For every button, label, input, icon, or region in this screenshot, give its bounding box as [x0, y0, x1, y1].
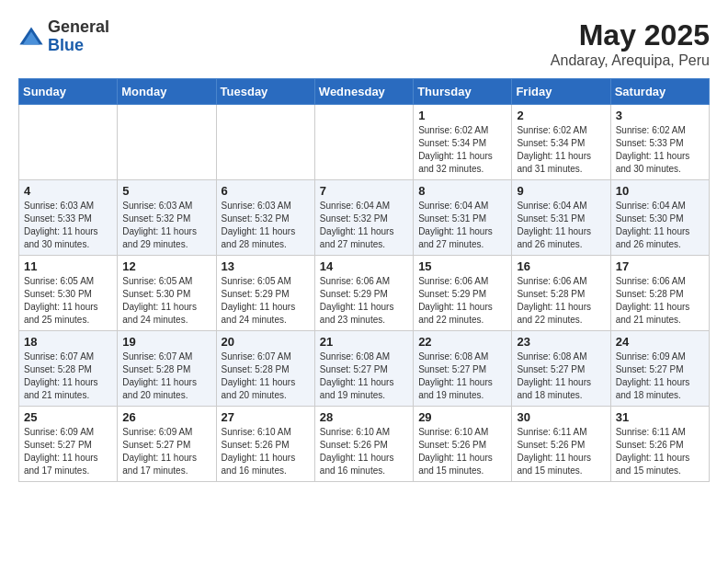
weekday-header-sunday: Sunday	[19, 79, 118, 105]
weekday-header-friday: Friday	[512, 79, 610, 105]
calendar-cell: 22Sunrise: 6:08 AM Sunset: 5:27 PM Dayli…	[414, 331, 512, 407]
calendar-cell: 12Sunrise: 6:05 AM Sunset: 5:30 PM Dayli…	[118, 256, 216, 331]
day-number: 5	[122, 184, 210, 198]
calendar-cell: 15Sunrise: 6:06 AM Sunset: 5:29 PM Dayli…	[414, 256, 512, 331]
calendar-cell: 4Sunrise: 6:03 AM Sunset: 5:33 PM Daylig…	[19, 180, 118, 256]
weekday-header-saturday: Saturday	[610, 79, 709, 105]
day-info: Sunrise: 6:11 AM Sunset: 5:26 PM Dayligh…	[517, 426, 605, 477]
week-row-5: 25Sunrise: 6:09 AM Sunset: 5:27 PM Dayli…	[19, 407, 710, 482]
calendar-cell: 2Sunrise: 6:02 AM Sunset: 5:34 PM Daylig…	[512, 105, 610, 180]
day-number: 20	[222, 335, 310, 349]
day-info: Sunrise: 6:03 AM Sunset: 5:32 PM Dayligh…	[122, 200, 210, 251]
calendar-cell: 18Sunrise: 6:07 AM Sunset: 5:28 PM Dayli…	[19, 331, 118, 407]
calendar-cell: 27Sunrise: 6:10 AM Sunset: 5:26 PM Dayli…	[216, 407, 314, 482]
day-number: 12	[122, 259, 210, 273]
day-info: Sunrise: 6:05 AM Sunset: 5:29 PM Dayligh…	[222, 275, 310, 327]
day-info: Sunrise: 6:02 AM Sunset: 5:34 PM Dayligh…	[418, 124, 506, 176]
page-header: General Blue May 2025 Andaray, Arequipa,…	[18, 18, 710, 69]
calendar-cell: 8Sunrise: 6:04 AM Sunset: 5:31 PM Daylig…	[414, 180, 512, 256]
weekday-header-wednesday: Wednesday	[314, 79, 413, 105]
day-info: Sunrise: 6:10 AM Sunset: 5:26 PM Dayligh…	[222, 426, 310, 477]
day-info: Sunrise: 6:08 AM Sunset: 5:27 PM Dayligh…	[517, 350, 605, 402]
calendar-cell: 23Sunrise: 6:08 AM Sunset: 5:27 PM Dayli…	[512, 331, 610, 407]
calendar-cell	[314, 105, 413, 180]
calendar-cell: 1Sunrise: 6:02 AM Sunset: 5:34 PM Daylig…	[414, 105, 512, 180]
calendar-cell: 24Sunrise: 6:09 AM Sunset: 5:27 PM Dayli…	[610, 331, 709, 407]
day-number: 17	[616, 259, 704, 273]
title-area: May 2025 Andaray, Arequipa, Peru	[551, 18, 710, 69]
calendar-cell: 29Sunrise: 6:10 AM Sunset: 5:26 PM Dayli…	[414, 407, 512, 482]
day-info: Sunrise: 6:10 AM Sunset: 5:26 PM Dayligh…	[320, 426, 408, 477]
calendar-cell: 3Sunrise: 6:02 AM Sunset: 5:33 PM Daylig…	[610, 105, 709, 180]
logo-general: General	[48, 17, 109, 36]
day-number: 4	[24, 184, 112, 198]
day-number: 18	[24, 335, 112, 349]
logo-blue: Blue	[48, 36, 84, 54]
calendar-cell: 13Sunrise: 6:05 AM Sunset: 5:29 PM Dayli…	[216, 256, 314, 331]
day-number: 21	[320, 335, 408, 349]
calendar-cell: 31Sunrise: 6:11 AM Sunset: 5:26 PM Dayli…	[610, 407, 709, 482]
calendar-cell: 25Sunrise: 6:09 AM Sunset: 5:27 PM Dayli…	[19, 407, 118, 482]
day-info: Sunrise: 6:02 AM Sunset: 5:34 PM Dayligh…	[517, 124, 605, 176]
week-row-2: 4Sunrise: 6:03 AM Sunset: 5:33 PM Daylig…	[19, 180, 710, 256]
day-info: Sunrise: 6:09 AM Sunset: 5:27 PM Dayligh…	[616, 350, 704, 402]
day-number: 14	[320, 259, 408, 273]
location: Andaray, Arequipa, Peru	[551, 52, 710, 69]
day-number: 15	[418, 259, 506, 273]
day-info: Sunrise: 6:06 AM Sunset: 5:28 PM Dayligh…	[517, 275, 605, 327]
day-number: 19	[122, 335, 210, 349]
weekday-header-thursday: Thursday	[414, 79, 512, 105]
calendar-cell: 28Sunrise: 6:10 AM Sunset: 5:26 PM Dayli…	[314, 407, 413, 482]
day-number: 7	[320, 184, 408, 198]
calendar-cell: 21Sunrise: 6:08 AM Sunset: 5:27 PM Dayli…	[314, 331, 413, 407]
day-info: Sunrise: 6:09 AM Sunset: 5:27 PM Dayligh…	[122, 426, 210, 477]
week-row-4: 18Sunrise: 6:07 AM Sunset: 5:28 PM Dayli…	[19, 331, 710, 407]
day-info: Sunrise: 6:07 AM Sunset: 5:28 PM Dayligh…	[222, 350, 310, 402]
day-number: 10	[616, 184, 704, 198]
day-info: Sunrise: 6:08 AM Sunset: 5:27 PM Dayligh…	[418, 350, 506, 402]
day-number: 31	[616, 410, 704, 424]
day-number: 23	[517, 335, 605, 349]
month-year: May 2025	[551, 18, 710, 52]
day-number: 27	[222, 410, 310, 424]
day-number: 26	[122, 410, 210, 424]
day-number: 22	[418, 335, 506, 349]
calendar-table: SundayMondayTuesdayWednesdayThursdayFrid…	[18, 78, 710, 482]
calendar-cell: 14Sunrise: 6:06 AM Sunset: 5:29 PM Dayli…	[314, 256, 413, 331]
day-number: 16	[517, 259, 605, 273]
day-number: 2	[517, 109, 605, 122]
day-info: Sunrise: 6:04 AM Sunset: 5:31 PM Dayligh…	[517, 200, 605, 251]
day-number: 6	[222, 184, 310, 198]
day-number: 24	[616, 335, 704, 349]
day-info: Sunrise: 6:10 AM Sunset: 5:26 PM Dayligh…	[418, 426, 506, 477]
day-number: 29	[418, 410, 506, 424]
calendar-cell: 9Sunrise: 6:04 AM Sunset: 5:31 PM Daylig…	[512, 180, 610, 256]
logo-icon	[18, 24, 44, 50]
logo-text: General Blue	[48, 18, 109, 55]
day-info: Sunrise: 6:05 AM Sunset: 5:30 PM Dayligh…	[24, 275, 112, 327]
weekday-header-tuesday: Tuesday	[216, 79, 314, 105]
day-info: Sunrise: 6:03 AM Sunset: 5:32 PM Dayligh…	[222, 200, 310, 251]
weekday-header-row: SundayMondayTuesdayWednesdayThursdayFrid…	[19, 79, 710, 105]
day-number: 3	[616, 109, 704, 122]
calendar-cell: 26Sunrise: 6:09 AM Sunset: 5:27 PM Dayli…	[118, 407, 216, 482]
calendar-cell: 30Sunrise: 6:11 AM Sunset: 5:26 PM Dayli…	[512, 407, 610, 482]
calendar-cell	[216, 105, 314, 180]
day-info: Sunrise: 6:11 AM Sunset: 5:26 PM Dayligh…	[616, 426, 704, 477]
calendar-cell: 19Sunrise: 6:07 AM Sunset: 5:28 PM Dayli…	[118, 331, 216, 407]
calendar-cell: 10Sunrise: 6:04 AM Sunset: 5:30 PM Dayli…	[610, 180, 709, 256]
calendar-cell	[118, 105, 216, 180]
calendar-cell: 17Sunrise: 6:06 AM Sunset: 5:28 PM Dayli…	[610, 256, 709, 331]
day-info: Sunrise: 6:05 AM Sunset: 5:30 PM Dayligh…	[122, 275, 210, 327]
day-info: Sunrise: 6:04 AM Sunset: 5:30 PM Dayligh…	[616, 200, 704, 251]
day-info: Sunrise: 6:02 AM Sunset: 5:33 PM Dayligh…	[616, 124, 704, 176]
week-row-3: 11Sunrise: 6:05 AM Sunset: 5:30 PM Dayli…	[19, 256, 710, 331]
calendar-cell: 16Sunrise: 6:06 AM Sunset: 5:28 PM Dayli…	[512, 256, 610, 331]
day-number: 25	[24, 410, 112, 424]
calendar-cell: 20Sunrise: 6:07 AM Sunset: 5:28 PM Dayli…	[216, 331, 314, 407]
day-info: Sunrise: 6:06 AM Sunset: 5:29 PM Dayligh…	[320, 275, 408, 327]
day-info: Sunrise: 6:06 AM Sunset: 5:29 PM Dayligh…	[418, 275, 506, 327]
day-info: Sunrise: 6:07 AM Sunset: 5:28 PM Dayligh…	[122, 350, 210, 402]
logo: General Blue	[18, 18, 109, 55]
calendar-cell	[19, 105, 118, 180]
